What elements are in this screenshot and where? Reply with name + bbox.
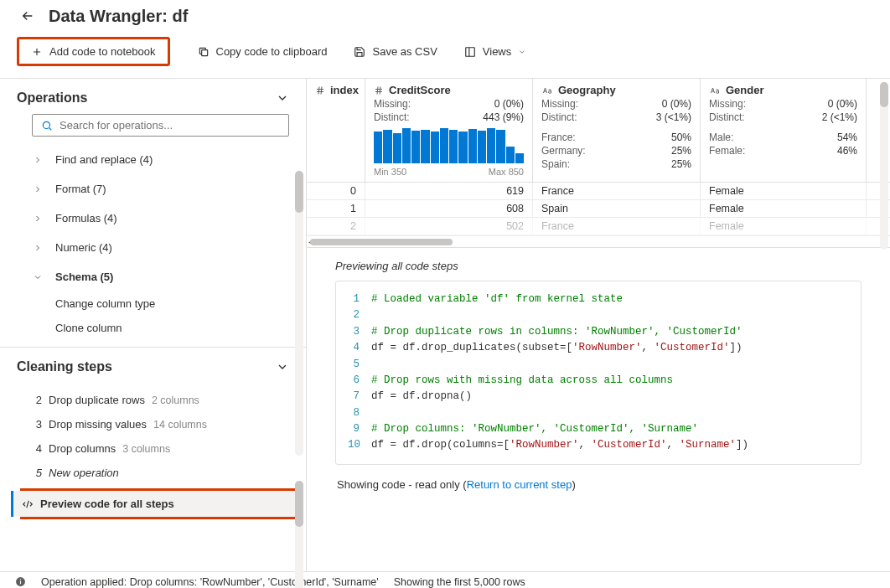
search-icon xyxy=(41,120,53,132)
operations-group-label: Find and replace (4) xyxy=(55,153,153,166)
step-number: 5 xyxy=(32,467,42,479)
operations-group-label: Schema (5) xyxy=(55,271,113,283)
text-icon xyxy=(541,85,553,95)
step-meta: 14 columns xyxy=(153,419,207,431)
svg-line-12 xyxy=(380,86,380,94)
operations-search-input[interactable] xyxy=(60,119,280,132)
views-button[interactable]: Views xyxy=(453,40,537,63)
plus-icon xyxy=(31,46,43,58)
operations-scrollbar[interactable] xyxy=(295,171,303,456)
status-message: Operation applied: Drop columns: 'RowNum… xyxy=(41,576,379,588)
svg-line-11 xyxy=(377,86,378,94)
svg-rect-15 xyxy=(20,579,21,580)
hash-icon xyxy=(315,85,325,95)
preview-code-label: Preview code for all steps xyxy=(40,498,174,510)
cleaning-step[interactable]: 5New operation xyxy=(28,461,289,485)
operations-search-box[interactable] xyxy=(32,114,289,137)
operations-group[interactable]: Format (7) xyxy=(32,174,289,204)
column-header-geo[interactable]: GeographyMissing:0 (0%)Distinct:3 (<1%)F… xyxy=(533,79,701,182)
column-header-index[interactable]: index xyxy=(307,79,365,182)
operations-group-label: Format (7) xyxy=(55,183,106,195)
svg-point-3 xyxy=(43,121,49,128)
cleaning-scrollbar[interactable] xyxy=(295,481,303,588)
save-icon xyxy=(354,46,365,58)
hash-icon xyxy=(374,85,384,95)
layout-icon xyxy=(464,46,476,58)
column-title: Geography xyxy=(558,84,616,96)
collapse-operations-icon[interactable] xyxy=(276,91,289,105)
code-preview: 1# Loaded variable 'df' from kernel stat… xyxy=(335,281,862,465)
step-number: 4 xyxy=(32,442,42,455)
back-button[interactable] xyxy=(17,5,39,27)
svg-line-7 xyxy=(318,86,319,94)
copy-code-button[interactable]: Copy code to clipboard xyxy=(187,40,339,63)
column-title: CreditScore xyxy=(389,84,451,96)
operations-group[interactable]: Numeric (4) xyxy=(32,233,289,262)
svg-line-4 xyxy=(49,127,52,130)
table-row[interactable]: 2502FranceFemale xyxy=(307,218,890,235)
operations-group[interactable]: Find and replace (4) xyxy=(32,145,289,174)
code-status: Showing code - read only (Return to curr… xyxy=(335,473,862,499)
step-meta: 2 columns xyxy=(152,395,199,406)
column-title: index xyxy=(330,84,359,96)
page-title: Data Wrangler: df xyxy=(49,7,188,26)
chevron-down-icon xyxy=(32,272,44,282)
operations-group-label: Formulas (4) xyxy=(55,212,117,224)
chevron-down-icon xyxy=(518,48,526,56)
step-label: Drop duplicate rows xyxy=(49,394,145,406)
svg-line-8 xyxy=(321,86,322,94)
column-header-credit[interactable]: CreditScoreMissing:0 (0%)Distinct:443 (9… xyxy=(365,79,533,182)
return-step-link[interactable]: Return to current step xyxy=(467,478,572,491)
views-label: Views xyxy=(483,45,511,58)
step-number: 2 xyxy=(32,394,42,406)
chevron-right-icon xyxy=(32,243,44,253)
operation-item[interactable]: Clone column xyxy=(55,316,289,340)
copy-icon xyxy=(198,46,210,58)
column-header-gen[interactable]: GenderMissing:0 (0%)Distinct:2 (<1%)Male… xyxy=(701,79,867,182)
collapse-cleaning-icon[interactable] xyxy=(276,360,289,374)
save-csv-button[interactable]: Save as CSV xyxy=(343,40,448,63)
cleaning-step[interactable]: 3Drop missing values14 columns xyxy=(28,412,289,436)
svg-rect-14 xyxy=(20,580,21,584)
svg-rect-0 xyxy=(201,49,207,55)
step-number: 3 xyxy=(32,418,42,431)
code-preview-title: Previewing all code steps xyxy=(335,260,862,272)
cleaning-title: Cleaning steps xyxy=(17,359,112,374)
preview-code-step[interactable]: Preview code for all steps xyxy=(11,491,295,517)
step-label: New operation xyxy=(49,467,119,479)
column-title: Gender xyxy=(726,84,764,96)
code-icon xyxy=(22,498,34,510)
step-meta: 3 columns xyxy=(122,443,170,455)
save-csv-label: Save as CSV xyxy=(372,45,437,58)
operations-group[interactable]: Schema (5) xyxy=(32,262,289,291)
cleaning-step[interactable]: 4Drop columns3 columns xyxy=(28,436,289,461)
table-row[interactable]: 1608SpainFemale xyxy=(307,200,890,218)
text-icon xyxy=(709,85,721,95)
status-rows: Showing the first 5,000 rows xyxy=(394,576,525,588)
cleaning-step[interactable]: 2Drop duplicate rows2 columns xyxy=(28,388,289,412)
step-label: Drop columns xyxy=(49,442,116,455)
operation-item[interactable]: Change column type xyxy=(55,291,289,316)
info-icon xyxy=(15,576,26,587)
chevron-right-icon xyxy=(32,214,44,224)
add-code-button[interactable]: Add code to notebook xyxy=(17,37,170,66)
step-label: Drop missing values xyxy=(49,418,147,431)
operations-group-label: Numeric (4) xyxy=(55,241,112,254)
data-grid[interactable]: indexCreditScoreMissing:0 (0%)Distinct:4… xyxy=(307,79,890,248)
chevron-right-icon xyxy=(32,184,44,194)
operations-title: Operations xyxy=(17,90,87,106)
chevron-right-icon xyxy=(32,155,44,165)
add-code-label: Add code to notebook xyxy=(49,45,156,58)
copy-code-label: Copy code to clipboard xyxy=(216,45,328,58)
operations-group[interactable]: Formulas (4) xyxy=(32,204,289,233)
grid-vertical-scrollbar[interactable] xyxy=(880,82,888,250)
table-row[interactable]: 0619FranceFemale xyxy=(307,183,890,200)
svg-rect-1 xyxy=(466,47,475,56)
grid-horizontal-scrollbar[interactable]: ◀ ▶ xyxy=(307,235,890,247)
